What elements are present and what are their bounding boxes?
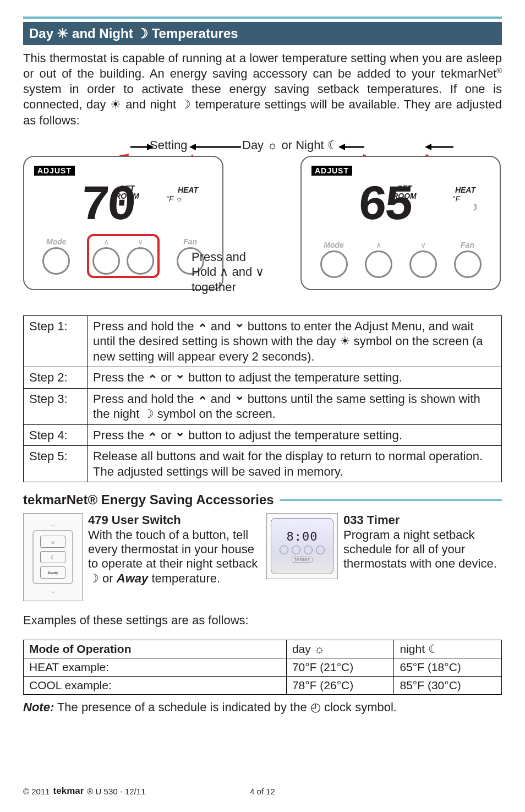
accessory-left: ◡ ☼ ☾ Away ◡ 479 User Switch With the to… — [23, 513, 259, 601]
temp-readout-night: 65 — [356, 178, 412, 234]
timer-image: 8:00 tekmar — [266, 513, 338, 579]
fan-label: Fan — [461, 241, 474, 249]
header-text-mid: and Night — [72, 26, 133, 41]
table-row: Step 4: Press the or button to adjust th… — [24, 424, 502, 446]
cell: HEAT example: — [24, 658, 287, 677]
chevron-up-icon — [198, 392, 207, 406]
updown-group: ∧ ∨ — [87, 234, 160, 278]
adjust-badge: ADJUST — [34, 166, 75, 176]
chevron-up-icon — [147, 428, 157, 442]
away-label: Away — [117, 571, 148, 585]
accessories-heading: tekmarNet® Energy Saving Accessories — [23, 492, 274, 508]
step-label: Step 2: — [24, 367, 88, 389]
moon-icon — [143, 407, 154, 421]
cell: COOL example: — [24, 677, 287, 695]
timer-display: 8:00 — [287, 530, 318, 543]
table-row: Step 5: Release all buttons and wait for… — [24, 446, 502, 482]
accessories-row: ◡ ☼ ☾ Away ◡ 479 User Switch With the to… — [23, 513, 502, 601]
cell: 70°F (21°C) — [286, 658, 394, 677]
svg-marker-0 — [147, 144, 154, 150]
moon-icon — [136, 26, 149, 41]
step-text: Press and hold the and buttons until the… — [88, 388, 502, 424]
fan-button[interactable]: Fan — [454, 241, 482, 278]
accessory-right: 8:00 tekmar 033 Timer Program a night se… — [266, 513, 502, 601]
user-switch-image: ◡ ☼ ☾ Away ◡ — [23, 513, 83, 601]
sun-icon — [340, 334, 351, 348]
accessory-right-text: 033 Timer Program a night setback schedu… — [343, 513, 502, 601]
adjust-badge: ADJUST — [311, 166, 352, 176]
table-row: HEAT example: 70°F (21°C) 65°F (18°C) — [24, 658, 502, 677]
up-button[interactable]: ∧ — [92, 237, 120, 275]
note-paragraph: Note: The presence of a schedule is indi… — [23, 700, 502, 715]
press-hold-label: Press and Hold ∧ and ∨ together — [192, 249, 264, 295]
degf-label: °F ☼ — [166, 194, 183, 203]
header-text-pre: Day — [29, 26, 53, 41]
sun-icon — [57, 26, 69, 41]
copyright: © 2011 — [23, 787, 50, 796]
press-hold-3: together — [192, 280, 264, 295]
chevron-up-icon — [147, 370, 157, 384]
button-row: Mode ∧ ∨ Fan — [34, 234, 212, 278]
steps-table: Step 1: Press and hold the and buttons t… — [23, 315, 502, 483]
table-row: COOL example: 78°F (26°C) 85°F (30°C) — [24, 677, 502, 695]
table-row: Step 3: Press and hold the and buttons u… — [24, 388, 502, 424]
reg-mark: ® — [496, 67, 502, 75]
cell: 85°F (30°C) — [394, 677, 502, 695]
thermostat-diagram: Setting Day ☼ or Night ☾ ADJUST SET ROOM — [23, 140, 502, 311]
chevron-down-icon — [234, 319, 244, 333]
mode-button[interactable]: Mode — [42, 237, 70, 275]
step-label: Step 1: — [24, 315, 88, 367]
away-btn-label: Away — [40, 566, 65, 579]
page-footer: © 2011 tekmar ® U 530 - 12/11 4 of 12 — [23, 786, 502, 797]
sun-icon — [110, 97, 122, 111]
step-label: Step 4: — [24, 424, 88, 446]
intro-paragraph: This thermostat is capable of running at… — [23, 51, 502, 128]
examples-table: Mode of Operation day ☼ night ☾ HEAT exa… — [23, 640, 502, 695]
accessory-title: 479 User Switch — [88, 513, 259, 527]
chevron-up-icon — [198, 319, 207, 333]
moon-icon — [180, 97, 191, 111]
brand-logo: tekmar — [53, 786, 84, 797]
examples-intro: Examples of these settings are as follow… — [23, 613, 502, 628]
mode-label: Mode — [324, 241, 344, 249]
accessory-left-text: 479 User Switch With the touch of a butt… — [88, 513, 259, 601]
down-button[interactable]: ∨ — [409, 241, 437, 278]
mode-label: Mode — [46, 237, 67, 246]
section-header: Day and Night Temperatures — [23, 22, 502, 45]
intro-text-3: and night — [122, 97, 180, 111]
accessory-title: 033 Timer — [343, 513, 502, 527]
mode-button[interactable]: Mode — [320, 241, 348, 278]
table-row: Step 2: Press the or button to adjust th… — [24, 367, 502, 389]
col-night: night ☾ — [394, 640, 502, 658]
device-night: ADJUST SET ROOM HEAT °F 65 Mode ∧ ∨ Fan — [300, 156, 501, 290]
svg-marker-3 — [425, 144, 431, 150]
header-text-post: Temperatures — [152, 26, 238, 41]
clock-icon — [310, 700, 321, 714]
page-number: 4 of 12 — [250, 787, 275, 796]
step-label: Step 3: — [24, 388, 88, 424]
button-row: Mode ∧ ∨ Fan — [311, 241, 490, 278]
col-mode: Mode of Operation — [24, 640, 287, 658]
step-text: Release all buttons and wait for the dis… — [88, 446, 502, 482]
svg-marker-2 — [338, 144, 345, 150]
heat-label: HEAT — [455, 186, 475, 194]
step-label: Step 5: — [24, 446, 88, 482]
moon-icon — [88, 571, 99, 585]
degf-night-label: °F — [452, 194, 460, 203]
up-button[interactable]: ∧ — [365, 241, 392, 278]
press-hold-1: Press and — [192, 249, 264, 265]
table-row: Mode of Operation day ☼ night ☾ — [24, 640, 502, 658]
chevron-down-icon — [234, 392, 244, 406]
down-button[interactable]: ∨ — [127, 237, 154, 275]
table-row: Step 1: Press and hold the and buttons t… — [24, 315, 502, 367]
step-text: Press the or button to adjust the temper… — [88, 367, 502, 389]
chevron-down-icon — [175, 370, 185, 384]
accessories-heading-row: tekmarNet® Energy Saving Accessories — [23, 492, 502, 508]
intro-text-1: This thermostat is capable of running at… — [23, 51, 502, 80]
note-label: Note: — [23, 700, 54, 714]
chevron-down-icon — [175, 428, 185, 442]
heading-rule — [280, 499, 502, 501]
fan-label: Fan — [183, 237, 197, 246]
cell: 78°F (26°C) — [286, 677, 394, 695]
moon-icon — [470, 202, 478, 212]
